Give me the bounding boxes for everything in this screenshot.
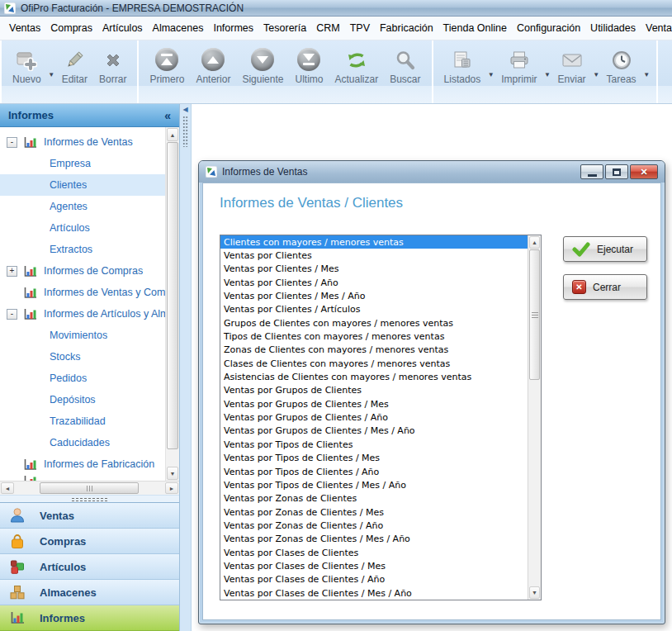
menu-item-utilidades[interactable]: Utilidades [585, 19, 641, 37]
menu-item-compras[interactable]: Compras [45, 19, 97, 37]
tree-item-articulos[interactable]: Artículos [0, 217, 165, 239]
report-list-item[interactable]: Clases de Clientes con mayores / menores… [220, 357, 528, 370]
tree-item-informes-de-ventas-y-compras[interactable]: Informes de Ventas y Comp [0, 282, 165, 303]
scrollbar-thumb[interactable] [167, 142, 178, 449]
menu-item-crm[interactable]: CRM [311, 19, 344, 37]
tree-item-movimientos[interactable]: Movimientos [0, 325, 165, 346]
report-list-item[interactable]: Ventas por Tipos de Clientes / Mes [220, 452, 528, 465]
tree-item-informes-de-compras[interactable]: + Informes de Compras [0, 260, 165, 282]
toolbar-button-siguiente[interactable]: Siguiente [236, 45, 289, 88]
scroll-left-icon[interactable]: ◄ [1, 482, 14, 494]
report-list-item[interactable]: Ventas por Clases de Clientes / Mes [220, 559, 528, 572]
scrollbar-thumb[interactable] [529, 249, 540, 380]
nav-item-compras[interactable]: Compras [0, 529, 179, 554]
menu-item-tpv[interactable]: TPV [345, 19, 375, 37]
report-list-item[interactable]: Ventas por Clases de Clientes [220, 546, 528, 559]
report-list-item[interactable]: Ventas por Clientes / Año [220, 276, 528, 289]
toolbar-button-listados[interactable]: Listados [438, 45, 487, 88]
panel-splitter[interactable]: ◀ [180, 104, 192, 631]
scroll-up-icon[interactable]: ▲ [167, 128, 178, 141]
execute-button[interactable]: Ejecutar [563, 236, 647, 262]
menu-item-ventas[interactable]: Ventas [4, 19, 45, 37]
report-list-item[interactable]: Ventas por Clases de Clientes / Mes / Añ… [220, 586, 528, 600]
report-list-item[interactable]: Ventas por Zonas de Clientes / Año [220, 519, 528, 532]
dialog-titlebar[interactable]: Informes de Ventas ✕ [199, 161, 665, 183]
report-list-item[interactable]: Ventas por Clases de Clientes / Año [220, 573, 528, 586]
report-list-item[interactable]: Ventas por Tipos de Clientes / Año [220, 465, 528, 478]
maximize-button[interactable] [605, 164, 628, 179]
dropdown-arrow-icon[interactable]: ▼ [592, 69, 601, 80]
dropdown-arrow-icon[interactable]: ▼ [486, 69, 495, 80]
report-list-item[interactable]: Ventas por Grupos de Clientes / Mes [220, 397, 528, 410]
close-button[interactable]: ✕ [630, 164, 658, 179]
toolbar-button-nuevo[interactable]: Nuevo [7, 45, 47, 88]
toolbar-button-imprimir[interactable]: Imprimir [495, 45, 542, 88]
tree-item-pedidos[interactable]: Pedidos [0, 368, 165, 389]
report-list-item[interactable]: Ventas por Zonas de Clientes [220, 492, 528, 505]
report-list-item[interactable]: Ventas por Clientes [220, 249, 528, 262]
toolbar-button-borrar[interactable]: Borrar [93, 45, 132, 88]
menu-item-tienda-online[interactable]: Tienda Online [438, 19, 512, 37]
menu-item-configuracion[interactable]: Configuración [512, 19, 585, 37]
scroll-up-icon[interactable]: ▲ [529, 236, 540, 249]
tree-horizontal-scrollbar[interactable]: ◄ ► [0, 481, 179, 495]
toolbar-button-buscar[interactable]: Buscar [384, 45, 426, 88]
tree-item-agentes[interactable]: Agentes [0, 196, 165, 217]
nav-item-articulos[interactable]: Artículos [0, 554, 179, 580]
dropdown-arrow-icon[interactable]: ▼ [47, 69, 56, 80]
report-list-item[interactable]: Asistencias de Clientes con mayores / me… [220, 370, 528, 383]
list-vertical-scrollbar[interactable]: ▲ ▼ [528, 235, 541, 600]
sidebar-splitter[interactable] [0, 495, 179, 502]
tree-item-empresa[interactable]: Empresa [0, 153, 165, 174]
tree-item-partial[interactable] [0, 475, 165, 481]
toolbar-button-tareas[interactable]: Tareas [601, 45, 642, 88]
collapse-sidebar-icon[interactable]: « [164, 109, 171, 122]
menu-item-ventana[interactable]: Ventana [641, 19, 672, 37]
report-list-item[interactable]: Ventas por Clientes / Mes [220, 263, 528, 276]
report-list-item[interactable]: Ventas por Tipos de Clientes / Mes / Año [220, 478, 528, 491]
tree-item-depositos[interactable]: Depósitos [0, 389, 165, 410]
report-list-item[interactable]: Ventas por Zonas de Clientes / Mes [220, 505, 528, 519]
tree-item-informes-de-fabricacion[interactable]: Informes de Fabricación [0, 453, 165, 475]
tree-expand-icon[interactable]: + [7, 266, 17, 277]
menu-item-articulos[interactable]: Artículos [97, 19, 148, 37]
minimize-button[interactable] [580, 164, 603, 179]
tree-item-clientes[interactable]: Clientes [0, 174, 165, 196]
tree-collapse-icon[interactable]: - [7, 309, 17, 320]
nav-item-ventas[interactable]: Ventas [0, 503, 179, 529]
nav-item-informes[interactable]: Informes [0, 605, 179, 631]
toolbar-button-ultimo[interactable]: Ultimo [289, 45, 329, 88]
report-list-item[interactable]: Ventas por Grupos de Clientes / Año [220, 410, 528, 424]
report-list-item[interactable]: Clientes con mayores / menores ventas [220, 235, 528, 249]
report-list-item[interactable]: Ventas por Clientes / Mes / Año [220, 289, 528, 302]
tree-vertical-scrollbar[interactable]: ▲ ▼ [165, 127, 179, 481]
report-list-item[interactable]: Ventas por Tipos de Clientes [220, 438, 528, 451]
tree-item-stocks[interactable]: Stocks [0, 346, 165, 368]
dropdown-arrow-icon[interactable]: ▼ [543, 69, 552, 80]
tree-item-caducidades[interactable]: Caducidades [0, 432, 165, 453]
app-titlebar[interactable]: OfiPro Facturación - EMPRESA DEMOSTRACIÓ… [0, 0, 672, 17]
toolbar-button-actualizar[interactable]: Actualizar [329, 45, 385, 88]
scroll-down-icon[interactable]: ▼ [167, 467, 178, 480]
toolbar-button-anterior[interactable]: Anterior [190, 45, 236, 88]
tree-item-informes-de-ventas[interactable]: - Informes de Ventas [0, 131, 165, 153]
tree-collapse-icon[interactable]: - [7, 137, 17, 148]
scrollbar-thumb[interactable] [40, 482, 139, 494]
menu-item-informes[interactable]: Informes [208, 19, 258, 37]
report-list-item[interactable]: Ventas por Grupos de Clientes / Mes / Añ… [220, 425, 528, 438]
collapse-panel-icon[interactable]: ◀ [182, 107, 187, 113]
tree-item-informes-de-articulos-y-almacenes[interactable]: - Informes de Artículos y Alm [0, 303, 165, 325]
nav-item-almacenes[interactable]: Almacenes [0, 580, 179, 605]
report-list-item[interactable]: Grupos de Clientes con mayores / menores… [220, 316, 528, 330]
report-list-item[interactable]: Tipos de Clientes con mayores / menores … [220, 330, 528, 343]
toolbar-button-editar[interactable]: Editar [56, 45, 93, 88]
menu-item-tesoreria[interactable]: Tesorería [258, 19, 311, 37]
scroll-right-icon[interactable]: ► [165, 482, 178, 494]
report-list-item[interactable]: Ventas por Grupos de Clientes [220, 384, 528, 397]
toolbar-button-enviar[interactable]: Enviar [552, 45, 592, 88]
close-dialog-button[interactable]: ✕ Cerrar [563, 274, 647, 300]
dropdown-arrow-icon[interactable]: ▼ [642, 69, 651, 80]
scroll-down-icon[interactable]: ▼ [529, 586, 540, 599]
menu-item-fabricacion[interactable]: Fabricación [375, 19, 438, 37]
report-list-item[interactable]: Ventas por Clientes / Artículos [220, 303, 528, 316]
